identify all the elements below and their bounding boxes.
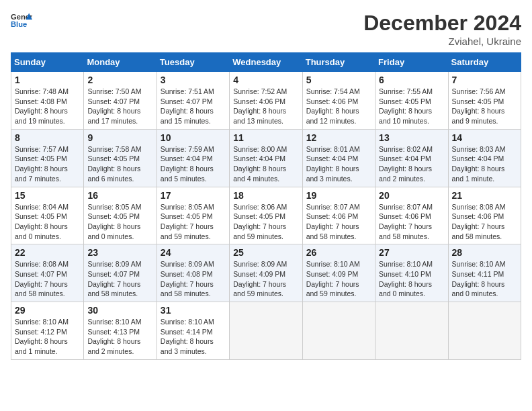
month-title: December 2024 — [363, 11, 521, 36]
calendar-cell-day-26: 26Sunrise: 8:10 AMSunset: 4:09 PMDayligh… — [302, 244, 375, 302]
calendar-week-row: 22Sunrise: 8:08 AMSunset: 4:07 PMDayligh… — [11, 244, 521, 302]
calendar-cell-day-20: 20Sunrise: 8:07 AMSunset: 4:06 PMDayligh… — [375, 187, 448, 244]
calendar-cell-day-7: 7Sunrise: 7:56 AMSunset: 4:05 PMDaylight… — [448, 72, 521, 130]
col-friday: Friday — [375, 53, 448, 72]
calendar-cell-day-14: 14Sunrise: 8:03 AMSunset: 4:04 PMDayligh… — [448, 129, 521, 187]
calendar-cell-day-13: 13Sunrise: 8:02 AMSunset: 4:04 PMDayligh… — [375, 129, 448, 187]
col-wednesday: Wednesday — [230, 53, 302, 72]
calendar-cell-day-24: 24Sunrise: 8:09 AMSunset: 4:08 PMDayligh… — [157, 244, 229, 302]
calendar-cell-day-18: 18Sunrise: 8:06 AMSunset: 4:05 PMDayligh… — [230, 187, 302, 244]
col-thursday: Thursday — [302, 53, 375, 72]
location-subtitle: Zviahel, Ukraine — [363, 36, 521, 47]
calendar-cell-empty — [448, 302, 521, 360]
calendar-cell-day-29: 29Sunrise: 8:10 AMSunset: 4:12 PMDayligh… — [11, 302, 84, 360]
logo-icon: General Blue — [11, 11, 32, 30]
calendar-cell-day-5: 5Sunrise: 7:54 AMSunset: 4:06 PMDaylight… — [302, 72, 375, 130]
calendar-cell-day-3: 3Sunrise: 7:51 AMSunset: 4:07 PMDaylight… — [157, 72, 229, 130]
calendar-cell-day-22: 22Sunrise: 8:08 AMSunset: 4:07 PMDayligh… — [11, 244, 84, 302]
calendar-cell-day-15: 15Sunrise: 8:04 AMSunset: 4:05 PMDayligh… — [11, 187, 84, 244]
calendar-cell-day-30: 30Sunrise: 8:10 AMSunset: 4:13 PMDayligh… — [84, 302, 157, 360]
calendar-table: Sunday Monday Tuesday Wednesday Thursday… — [11, 52, 521, 360]
calendar-cell-day-10: 10Sunrise: 7:59 AMSunset: 4:04 PMDayligh… — [157, 129, 229, 187]
calendar-cell-empty — [375, 302, 448, 360]
calendar-cell-day-1: 1Sunrise: 7:48 AMSunset: 4:08 PMDaylight… — [11, 72, 84, 130]
calendar-cell-day-16: 16Sunrise: 8:05 AMSunset: 4:05 PMDayligh… — [84, 187, 157, 244]
calendar-week-row: 1Sunrise: 7:48 AMSunset: 4:08 PMDaylight… — [11, 72, 521, 130]
col-monday: Monday — [84, 53, 157, 72]
col-sunday: Sunday — [11, 53, 84, 72]
calendar-cell-day-6: 6Sunrise: 7:55 AMSunset: 4:05 PMDaylight… — [375, 72, 448, 130]
calendar-cell-day-27: 27Sunrise: 8:10 AMSunset: 4:10 PMDayligh… — [375, 244, 448, 302]
calendar-cell-day-2: 2Sunrise: 7:50 AMSunset: 4:07 PMDaylight… — [84, 72, 157, 130]
calendar-cell-day-31: 31Sunrise: 8:10 AMSunset: 4:14 PMDayligh… — [157, 302, 229, 360]
calendar-cell-day-23: 23Sunrise: 8:09 AMSunset: 4:07 PMDayligh… — [84, 244, 157, 302]
calendar-week-row: 8Sunrise: 7:57 AMSunset: 4:05 PMDaylight… — [11, 129, 521, 187]
col-saturday: Saturday — [448, 53, 521, 72]
calendar-week-row: 29Sunrise: 8:10 AMSunset: 4:12 PMDayligh… — [11, 302, 521, 360]
title-block: December 2024 Zviahel, Ukraine — [363, 11, 521, 47]
calendar-cell-day-9: 9Sunrise: 7:58 AMSunset: 4:05 PMDaylight… — [84, 129, 157, 187]
calendar-week-row: 15Sunrise: 8:04 AMSunset: 4:05 PMDayligh… — [11, 187, 521, 244]
calendar-cell-day-12: 12Sunrise: 8:01 AMSunset: 4:04 PMDayligh… — [302, 129, 375, 187]
calendar-cell-day-17: 17Sunrise: 8:05 AMSunset: 4:05 PMDayligh… — [157, 187, 229, 244]
page-header: General Blue December 2024 Zviahel, Ukra… — [11, 11, 521, 47]
calendar-cell-day-11: 11Sunrise: 8:00 AMSunset: 4:04 PMDayligh… — [230, 129, 302, 187]
col-tuesday: Tuesday — [157, 53, 229, 72]
calendar-cell-day-28: 28Sunrise: 8:10 AMSunset: 4:11 PMDayligh… — [448, 244, 521, 302]
calendar-cell-day-21: 21Sunrise: 8:08 AMSunset: 4:06 PMDayligh… — [448, 187, 521, 244]
logo: General Blue — [11, 11, 32, 30]
calendar-cell-day-8: 8Sunrise: 7:57 AMSunset: 4:05 PMDaylight… — [11, 129, 84, 187]
svg-text:Blue: Blue — [11, 20, 27, 28]
calendar-cell-day-25: 25Sunrise: 8:09 AMSunset: 4:09 PMDayligh… — [230, 244, 302, 302]
calendar-cell-day-19: 19Sunrise: 8:07 AMSunset: 4:06 PMDayligh… — [302, 187, 375, 244]
calendar-cell-empty — [302, 302, 375, 360]
calendar-cell-day-4: 4Sunrise: 7:52 AMSunset: 4:06 PMDaylight… — [230, 72, 302, 130]
calendar-cell-empty — [230, 302, 302, 360]
calendar-header-row: Sunday Monday Tuesday Wednesday Thursday… — [11, 53, 521, 72]
